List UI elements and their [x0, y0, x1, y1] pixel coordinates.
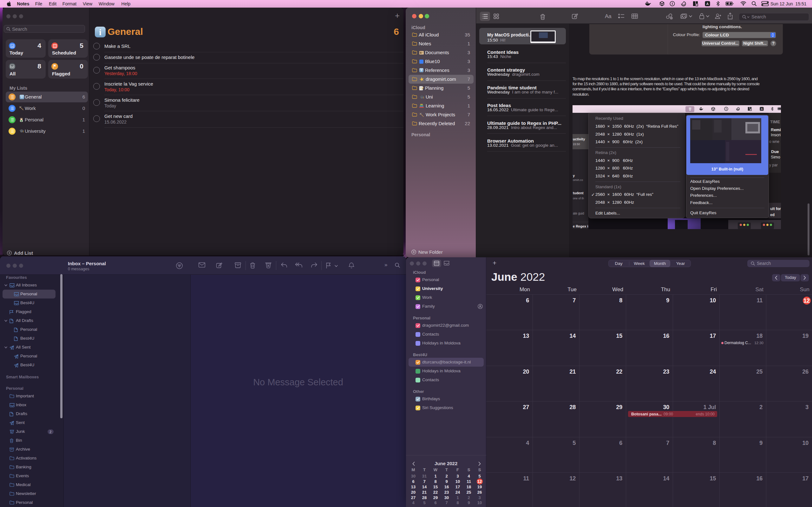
svg-text:12: 12	[11, 45, 14, 47]
svg-text:A: A	[761, 107, 763, 111]
svg-text:A: A	[706, 2, 709, 6]
